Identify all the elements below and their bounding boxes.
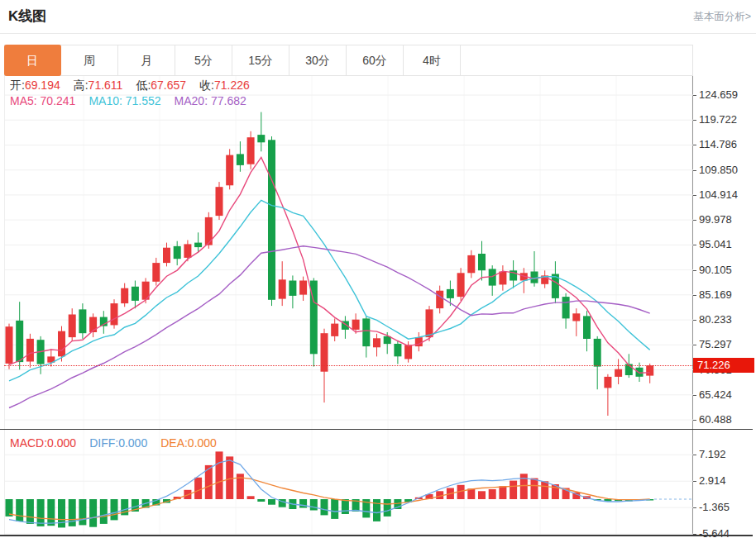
price-axis-label: 95.041 [693,238,732,250]
tab-15分[interactable]: 15分 [232,45,289,75]
tab-4时[interactable]: 4时 [404,45,461,75]
legend-high: 高:71.611 [74,79,123,92]
tab-日[interactable]: 日 [4,45,61,76]
tab-60分[interactable]: 60分 [347,45,404,75]
page-title: K线图 [8,7,46,26]
ma-legend: MA5: 70.241MA10: 71.552MA20: 77.682 [10,94,260,107]
legend-macd: MACD:0.000 [10,436,76,450]
macd-axis-label: -1.365 [693,501,730,513]
current-price-line [4,365,692,366]
macd-legend: MACD:0.000DIFF:0.000DEA:0.000 [10,436,230,450]
price-axis-label: 109.850 [693,164,738,176]
price-axis-label: 75.297 [693,338,732,350]
price-axis-label: 80.233 [693,313,732,326]
price-axis-label: 104.914 [693,188,738,201]
legend-open: 开:69.194 [10,79,60,92]
legend-ma10: MA10: 71.552 [89,94,160,107]
price-axis-label: 119.722 [693,113,737,126]
candlestick-chart[interactable] [5,76,693,429]
legend-low: 低:67.657 [136,79,186,92]
price-axis-label: 114.786 [693,138,737,150]
ohlc-legend: 开:69.194高:71.611低:67.657收:71.226 [10,79,263,93]
header-divider [0,33,756,34]
tab-5分[interactable]: 5分 [175,45,232,75]
legend-diff: DIFF:0.000 [89,436,147,450]
price-axis-label: 65.424 [693,388,732,401]
legend-ma5: MA5: 70.241 [10,94,75,107]
macd-axis-label: 2.914 [693,474,726,487]
price-axis-label: 60.488 [693,413,732,426]
chart-plot-area[interactable] [4,76,693,536]
tab-周[interactable]: 周 [61,45,118,75]
panel-divider [0,429,753,430]
price-axis-label: 85.169 [693,288,732,301]
price-axis-label: 124.659 [693,88,738,101]
ma5-line [9,157,650,373]
chart-bottom-border [0,535,753,536]
tab-月[interactable]: 月 [118,45,175,75]
macd-axis-label: 7.192 [693,448,726,460]
legend-ma20: MA20: 77.682 [175,94,246,107]
current-price-tag: 71.226 [693,358,754,373]
y-axis: 71.226 124.659119.722114.786109.850104.9… [693,0,756,538]
price-axis-label: 90.105 [693,264,732,276]
legend-close: 收:71.226 [199,79,250,92]
price-axis-label: 99.978 [693,213,732,226]
legend-dea: DEA:0.000 [160,436,217,450]
kline-widget: K线图 基本面分析> 日周月5分15分30分60分4时 开:69.194高:71… [0,0,756,538]
interval-tabs: 日周月5分15分30分60分4时 [4,45,693,76]
tab-30分[interactable]: 30分 [289,45,347,75]
macd-axis-label: -5.644 [693,527,730,538]
